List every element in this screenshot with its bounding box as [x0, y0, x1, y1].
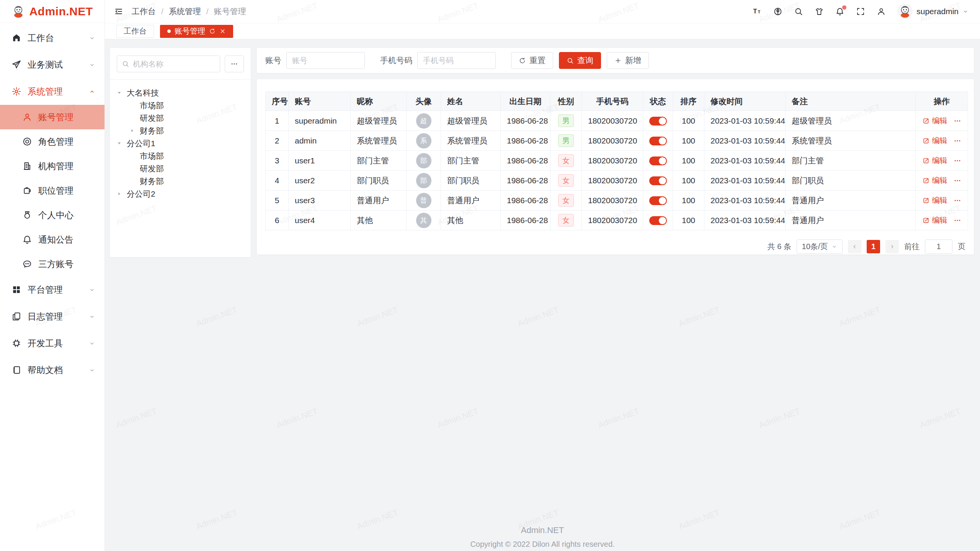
tree-node[interactable]: 财务部	[117, 124, 244, 137]
breadcrumb-item[interactable]: 账号管理	[214, 6, 246, 17]
query-bar: 账号 手机号码 重置 查询 新增	[257, 48, 974, 73]
tree-node[interactable]: 财务部	[117, 175, 244, 187]
font-size-icon[interactable]: TT	[753, 7, 762, 16]
sidebar-item-personal-center[interactable]: 个人中心	[0, 203, 105, 227]
row-more-button[interactable]	[954, 197, 961, 204]
edit-button[interactable]: 编辑	[923, 135, 947, 146]
user-table: 序号账号昵称头像姓名出生日期性别手机号码状态排序修改时间备注操作 1 super…	[265, 91, 968, 230]
goto-page-input[interactable]	[925, 240, 952, 254]
topbar: 工作台/系统管理/账号管理 TT superadmin	[105, 0, 980, 23]
page-unit: 页	[958, 241, 965, 252]
caret-down-icon[interactable]	[117, 90, 127, 95]
caret-down-icon[interactable]	[117, 141, 127, 146]
language-icon[interactable]	[773, 7, 782, 16]
tabbar: 工作台 账号管理	[105, 23, 980, 39]
tree-node[interactable]: 研发部	[117, 162, 244, 175]
add-button[interactable]: 新增	[607, 52, 649, 69]
next-page-button[interactable]	[885, 240, 899, 253]
status-toggle[interactable]	[649, 196, 667, 205]
search-icon[interactable]	[794, 7, 803, 16]
refresh-icon[interactable]	[209, 28, 216, 34]
edit-button[interactable]: 编辑	[923, 175, 947, 186]
chevron-down-icon	[89, 340, 95, 347]
sidebar-item-help-docs[interactable]: 帮助文档	[0, 357, 105, 383]
logo-mascot-icon	[11, 5, 25, 18]
column-header: 手机号码	[582, 92, 643, 111]
profile-icon[interactable]	[877, 7, 886, 16]
sidebar-item-business-test[interactable]: 业务测试	[0, 51, 105, 78]
org-search-input[interactable]	[133, 60, 215, 68]
tree-node[interactable]: 分公司2	[117, 187, 244, 200]
org-search-box[interactable]	[117, 55, 220, 72]
bell-icon[interactable]	[835, 7, 844, 16]
tree-node[interactable]: 大名科技	[117, 86, 244, 99]
gender-badge: 女	[558, 214, 574, 227]
goto-label: 前往	[904, 241, 920, 252]
fullscreen-icon[interactable]	[856, 7, 865, 16]
row-avatar: 部	[416, 173, 431, 188]
medal-icon	[22, 210, 32, 220]
user-menu[interactable]: superadmin	[897, 4, 969, 19]
row-more-button[interactable]	[954, 117, 961, 125]
chevron-down-icon	[962, 8, 969, 15]
theme-icon[interactable]	[815, 7, 824, 16]
sidebar-item-org-manage[interactable]: 机构管理	[0, 154, 105, 178]
status-toggle[interactable]	[649, 176, 667, 185]
chevron-down-icon	[89, 287, 95, 293]
logo[interactable]: Admin.NET	[0, 0, 105, 23]
tab-workbench[interactable]: 工作台	[116, 25, 154, 38]
user-icon	[22, 112, 32, 122]
svg-text:T: T	[758, 10, 761, 14]
tab-account-manage[interactable]: 账号管理	[160, 25, 233, 38]
account-input[interactable]	[286, 52, 365, 69]
chevron-down-icon	[831, 244, 837, 249]
chevron-down-icon	[89, 367, 95, 373]
column-header: 姓名	[441, 92, 501, 111]
reset-button[interactable]: 重置	[511, 52, 553, 69]
tree-node[interactable]: 研发部	[117, 112, 244, 124]
sidebar: Admin.NET 工作台 业务测试 系统管理 账号管理 角色管理	[0, 0, 105, 551]
sidebar-item-workbench[interactable]: 工作台	[0, 24, 105, 51]
sidebar-item-system-manage[interactable]: 系统管理	[0, 78, 105, 105]
divider	[110, 79, 251, 80]
row-more-button[interactable]	[954, 177, 961, 184]
phone-input[interactable]	[417, 52, 496, 69]
current-page[interactable]: 1	[867, 240, 880, 253]
tree-node[interactable]: 分公司1	[117, 137, 244, 150]
sidebar-item-account-manage[interactable]: 账号管理	[0, 105, 105, 129]
caret-right-icon[interactable]	[130, 128, 140, 133]
sidebar-item-role-manage[interactable]: 角色管理	[0, 129, 105, 154]
row-more-button[interactable]	[954, 217, 961, 224]
tree-more-button[interactable]	[225, 55, 244, 72]
row-avatar: 其	[416, 213, 431, 228]
notification-badge	[842, 5, 846, 10]
status-toggle[interactable]	[649, 137, 667, 145]
tree-node[interactable]: 市场部	[117, 99, 244, 112]
sidebar-item-notice[interactable]: 通知公告	[0, 227, 105, 252]
search-button[interactable]: 查询	[559, 52, 601, 69]
sidebar-item-dev-tools[interactable]: 开发工具	[0, 330, 105, 357]
close-icon[interactable]	[219, 28, 226, 34]
edit-button[interactable]: 编辑	[923, 215, 947, 225]
prev-page-button[interactable]	[848, 240, 861, 253]
page-size-select[interactable]: 10条/页	[797, 240, 843, 254]
status-toggle[interactable]	[649, 117, 667, 126]
column-header: 排序	[673, 92, 704, 111]
edit-button[interactable]: 编辑	[923, 155, 947, 166]
row-avatar: 部	[416, 153, 431, 168]
breadcrumb-item[interactable]: 系统管理	[169, 6, 201, 17]
breadcrumb-item[interactable]: 工作台	[132, 6, 156, 17]
edit-button[interactable]: 编辑	[923, 116, 947, 126]
tree-node[interactable]: 市场部	[117, 150, 244, 162]
sidebar-item-third-account[interactable]: 三方账号	[0, 252, 105, 276]
status-toggle[interactable]	[649, 156, 667, 165]
edit-button[interactable]: 编辑	[923, 195, 947, 205]
caret-right-icon[interactable]	[117, 191, 127, 196]
sidebar-item-position-manage[interactable]: 职位管理	[0, 178, 105, 203]
status-toggle[interactable]	[649, 216, 667, 225]
row-more-button[interactable]	[954, 157, 961, 165]
row-more-button[interactable]	[954, 137, 961, 145]
sidebar-item-platform-manage[interactable]: 平台管理	[0, 276, 105, 303]
sidebar-item-log-manage[interactable]: 日志管理	[0, 303, 105, 330]
collapse-menu-icon[interactable]	[114, 7, 123, 16]
